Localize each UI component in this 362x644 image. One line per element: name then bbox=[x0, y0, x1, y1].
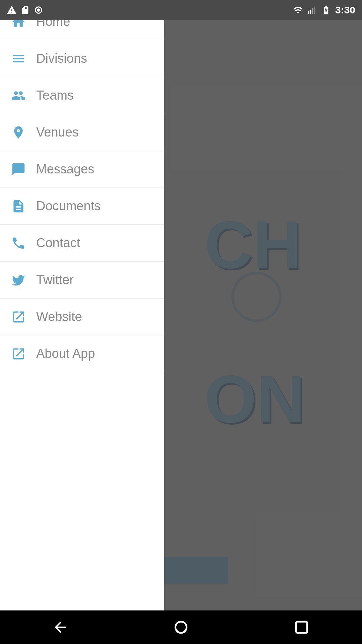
nav-item-website[interactable]: Website bbox=[0, 299, 164, 335]
nav-item-twitter[interactable]: Twitter bbox=[0, 262, 164, 299]
documents-icon bbox=[10, 198, 27, 215]
recents-button[interactable] bbox=[292, 617, 312, 637]
svg-rect-7 bbox=[296, 622, 307, 633]
svg-point-6 bbox=[175, 622, 186, 633]
nav-label-messages: Messages bbox=[36, 162, 94, 176]
divisions-icon bbox=[10, 50, 27, 67]
messages-icon bbox=[10, 161, 27, 178]
nav-label-contact: Contact bbox=[36, 236, 80, 250]
teams-icon bbox=[10, 87, 27, 104]
nav-label-twitter: Twitter bbox=[36, 273, 74, 287]
venues-icon bbox=[10, 124, 27, 141]
svg-rect-3 bbox=[310, 10, 311, 14]
nav-label-venues: Venues bbox=[36, 125, 79, 140]
status-bar: 3:30 bbox=[0, 0, 362, 20]
dim-overlay bbox=[164, 0, 362, 644]
nav-label-website: Website bbox=[36, 310, 82, 324]
record-icon bbox=[34, 5, 44, 15]
battery-icon bbox=[321, 5, 331, 15]
nav-item-documents[interactable]: Documents bbox=[0, 188, 164, 225]
warning-icon bbox=[7, 5, 17, 15]
nav-item-teams[interactable]: Teams bbox=[0, 77, 164, 114]
navigation-drawer: Home Divisions Teams Venues bbox=[0, 0, 164, 644]
signal-icon bbox=[307, 5, 317, 15]
nav-item-divisions[interactable]: Divisions bbox=[0, 40, 164, 77]
svg-rect-2 bbox=[308, 11, 309, 14]
sdcard-icon bbox=[20, 5, 30, 15]
nav-label-divisions: Divisions bbox=[36, 51, 87, 66]
drawer-nav: Home Divisions Teams Venues bbox=[0, 0, 164, 644]
nav-item-contact[interactable]: Contact bbox=[0, 225, 164, 262]
svg-point-1 bbox=[37, 8, 40, 11]
home-button[interactable] bbox=[171, 617, 191, 637]
nav-item-about-app[interactable]: About App bbox=[0, 335, 164, 372]
svg-rect-5 bbox=[314, 7, 315, 14]
nav-item-venues[interactable]: Venues bbox=[0, 114, 164, 151]
svg-rect-4 bbox=[312, 8, 313, 14]
nav-label-teams: Teams bbox=[36, 88, 74, 103]
status-bar-left-icons bbox=[7, 5, 44, 15]
status-time: 3:30 bbox=[335, 4, 355, 16]
nav-label-documents: Documents bbox=[36, 199, 101, 213]
bottom-navigation-bar bbox=[0, 610, 362, 644]
contact-icon bbox=[10, 235, 27, 252]
wifi-icon bbox=[293, 5, 303, 15]
back-button[interactable] bbox=[50, 617, 70, 637]
nav-item-messages[interactable]: Messages bbox=[0, 151, 164, 188]
status-bar-right-icons: 3:30 bbox=[293, 4, 355, 16]
twitter-icon bbox=[10, 272, 27, 288]
about-app-icon bbox=[10, 345, 27, 362]
website-icon bbox=[10, 309, 27, 325]
nav-label-about-app: About App bbox=[36, 346, 95, 361]
